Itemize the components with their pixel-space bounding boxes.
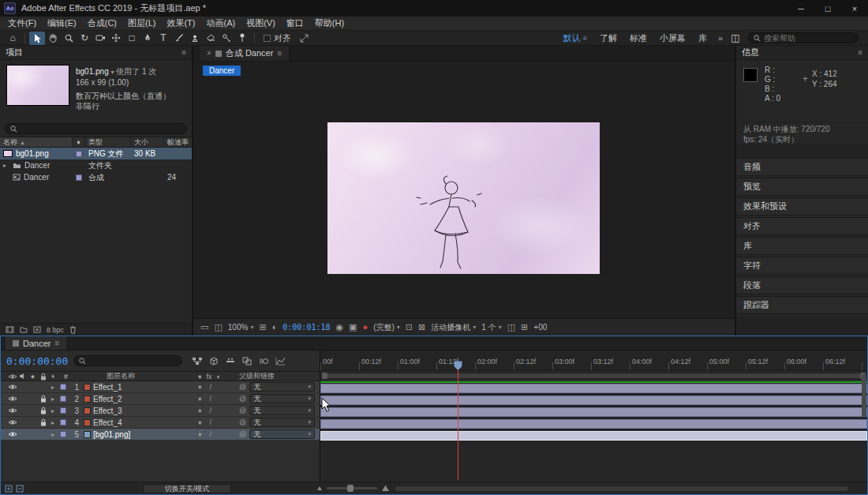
snap-checkbox[interactable]: 对齐 (264, 32, 291, 44)
shape-tool-icon[interactable]: □ (124, 32, 140, 45)
show-snapshot-icon[interactable]: ▣ (349, 323, 357, 332)
layer-duration-bar[interactable] (320, 419, 867, 429)
close-button[interactable]: × (841, 0, 868, 17)
menu-help[interactable]: 帮助(H) (309, 17, 350, 29)
composition-mini-flowchart-icon[interactable] (191, 355, 204, 366)
label-chip[interactable] (76, 151, 82, 157)
workspace-tab-libraries[interactable]: 库 (692, 32, 713, 44)
layer-switches[interactable]: ♦/ (195, 395, 239, 403)
roto-brush-tool-icon[interactable] (219, 32, 234, 45)
pick-whip-icon[interactable]: @ (239, 430, 246, 438)
pick-whip-icon[interactable]: @ (239, 407, 246, 414)
layer-switches[interactable]: ♦/ (195, 407, 239, 414)
eraser-tool-icon[interactable] (203, 32, 219, 45)
pick-whip-icon[interactable]: @ (239, 418, 246, 426)
video-column-icon[interactable] (7, 373, 17, 380)
new-folder-icon[interactable] (20, 326, 28, 333)
panel-tab-effects-presets[interactable]: 效果和预设 (736, 197, 868, 216)
project-search-input[interactable] (21, 125, 181, 133)
zoom-select[interactable]: 100% ▾ (228, 323, 254, 332)
lock-column-icon[interactable] (38, 373, 48, 381)
work-area-start-handle[interactable] (322, 373, 327, 379)
motion-blur-icon[interactable] (257, 355, 270, 366)
work-area-bar[interactable] (320, 371, 867, 381)
number-column-icon[interactable]: # (58, 373, 70, 381)
puppet-pin-tool-icon[interactable] (234, 32, 250, 45)
always-preview-icon[interactable]: ▭ (200, 323, 208, 332)
footage-caret-icon[interactable]: ▾ (111, 69, 114, 76)
composition-panel-menu-icon[interactable]: ≡ (277, 49, 282, 58)
project-row-bg01[interactable]: bg01.png PNG 文件 30 KB (0, 148, 192, 159)
layer-row-4[interactable]: ▸ 4 Effect_4 ♦/ @ 无▾ (1, 417, 320, 429)
toggle-switches-modes-button[interactable]: 切换开关/模式 (143, 484, 231, 493)
eye-icon[interactable] (7, 384, 17, 390)
zoom-out-mountain-icon[interactable] (316, 485, 323, 491)
layer-duration-bar[interactable] (320, 431, 867, 441)
layer-track-4[interactable] (320, 418, 867, 430)
composition-tab[interactable]: × 合成 Dancer ≡ (200, 46, 290, 61)
solo-column-icon[interactable]: ● (28, 373, 38, 381)
timeline-panel-menu-icon[interactable]: ≡ (54, 339, 59, 347)
layer-row-5-selected[interactable]: ▸ 5 [bg01.png] ♦/ @ 无▾ (1, 429, 320, 441)
layer-expander-icon[interactable]: ▸ (48, 396, 58, 403)
zoom-slider-handle[interactable] (347, 485, 354, 492)
layer-name[interactable]: Effect_4 (93, 418, 195, 427)
layer-switches[interactable]: ♦/ (195, 430, 239, 438)
panel-tab-align[interactable]: 对齐 (736, 217, 868, 235)
parent-link-column-header[interactable]: 父级和链接 (239, 371, 320, 381)
layer-label-chip[interactable] (58, 419, 69, 426)
pixel-aspect-icon[interactable]: ◫ (507, 323, 515, 332)
menu-layer[interactable]: 图层(L) (122, 17, 161, 29)
brush-tool-icon[interactable] (171, 32, 187, 45)
draft-3d-icon[interactable] (208, 355, 220, 366)
clone-stamp-tool-icon[interactable] (187, 32, 203, 45)
folder-expander-icon[interactable]: ▸ (3, 162, 9, 169)
parent-dropdown[interactable]: 无▾ (249, 406, 315, 415)
project-row-dancer-folder[interactable]: ▸ Dancer 文件夹 (0, 159, 192, 171)
motion-blur-column-icon[interactable]: ◐ (217, 373, 221, 381)
layer-switches[interactable]: ♦/ (195, 418, 239, 426)
camera-tool-icon[interactable] (92, 32, 108, 45)
collapse-layers-icon[interactable] (16, 485, 24, 493)
pick-whip-icon[interactable]: @ (239, 383, 246, 391)
new-composition-icon[interactable] (33, 326, 41, 333)
time-ruler[interactable]: 00f 00:12f 01:00f 01:12f 02:00f 02:12f 0… (320, 351, 867, 371)
snap-checkbox-box[interactable] (264, 35, 271, 42)
panel-tab-tracker[interactable]: 跟踪器 (736, 296, 868, 314)
layer-track-1[interactable] (320, 383, 867, 395)
rotation-tool-icon[interactable]: ↻ (77, 32, 92, 45)
timeline-vertical-scrollbar[interactable] (862, 374, 866, 418)
project-panel-menu-icon[interactable]: ≡ (181, 48, 186, 57)
column-header-label[interactable]: ♦ (73, 137, 85, 147)
eye-icon[interactable] (7, 419, 17, 426)
workspace-search-icon[interactable]: ◫ (728, 32, 743, 45)
item-label-cell[interactable] (73, 174, 85, 181)
workspace-tab-standard[interactable]: 标准 (623, 32, 653, 44)
zoom-slider-track[interactable] (327, 487, 377, 489)
parent-dropdown[interactable]: 无▾ (249, 418, 315, 427)
view-layout-select[interactable]: 1 个 ▾ (481, 322, 501, 333)
layer-expander-icon[interactable]: ▸ (48, 419, 58, 426)
layer-label-chip[interactable] (58, 396, 69, 402)
layer-track-5[interactable] (320, 430, 867, 442)
layer-label-chip[interactable] (58, 384, 69, 390)
pick-whip-icon[interactable]: @ (239, 395, 246, 403)
camera-select[interactable]: 活动摄像机 ▾ (431, 322, 476, 333)
layer-duration-bar[interactable] (320, 396, 867, 405)
menu-composition[interactable]: 合成(C) (82, 17, 122, 29)
layer-row-1[interactable]: ▸ 1 Effect_1 ♦/ @ 无▾ (1, 381, 320, 393)
menu-file[interactable]: 文件(F) (2, 17, 42, 29)
panel-tab-libraries[interactable]: 库 (736, 237, 868, 255)
choose-grid-icon[interactable]: ⊞ (259, 323, 266, 332)
project-row-dancer-comp[interactable]: Dancer 合成 24 (0, 171, 192, 183)
layer-track-3[interactable] (320, 407, 867, 418)
layer-label-chip[interactable] (58, 407, 69, 414)
item-label-cell[interactable] (73, 151, 85, 157)
exposure-value[interactable]: +00 (533, 323, 547, 332)
label-chip[interactable] (76, 174, 82, 181)
composition-viewer[interactable]: Dancer (193, 62, 735, 318)
maximize-button[interactable]: □ (814, 0, 841, 17)
zoom-tool-icon[interactable] (61, 32, 77, 45)
graph-editor-icon[interactable] (274, 355, 286, 366)
menu-effect[interactable]: 效果(T) (161, 17, 200, 29)
